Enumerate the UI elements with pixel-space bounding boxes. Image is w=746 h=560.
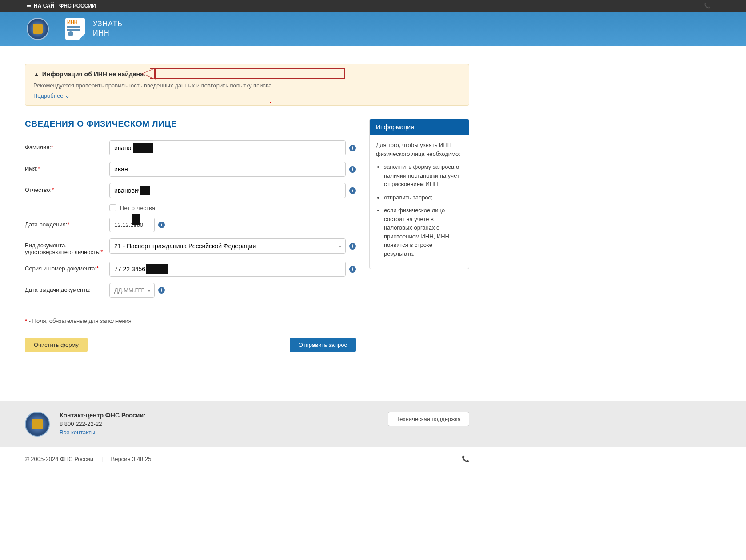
birthdate-input[interactable] [109,218,155,232]
all-contacts-link[interactable]: Все контакты [60,429,378,436]
info-item: отправить запрос; [384,193,463,202]
info-icon[interactable]: i [158,287,165,294]
no-patronymic-label: Нет отчества [120,205,155,211]
patronymic-label: Отчество:* [25,183,109,193]
copyright: © 2005-2024 ФНС России [25,456,93,462]
divider [57,19,57,39]
support-button[interactable]: Техническая поддержка [388,412,469,426]
doctype-select[interactable]: 21 - Паспорт гражданина Российской Федер… [109,238,346,254]
name-input[interactable] [109,162,346,177]
alert-more-link[interactable]: Подробнее ⌄ [33,92,70,99]
contact-title: Контакт-центр ФНС России: [60,412,378,419]
no-patronymic-checkbox[interactable] [109,204,116,211]
alert-heading-text: Информация об ИНН не найдена. [42,71,145,78]
patronymic-input[interactable] [109,183,346,198]
issuedate-label: Дата выдачи документа: [25,283,109,293]
back-to-site-link[interactable]: ⬅ НА САЙТ ФНС РОССИИ [27,3,96,9]
info-icon[interactable]: i [349,166,356,173]
info-icon[interactable]: i [158,222,165,228]
series-input[interactable] [109,262,346,277]
arrow-left-icon: ⬅ [27,3,31,9]
info-item: если физическое лицо состоит на учете в … [384,206,463,258]
chevron-down-icon: ⌄ [65,92,70,99]
phone-icon[interactable]: 📞 [462,455,469,462]
inn-doc-icon: ИНН [65,18,85,40]
info-icon[interactable]: i [349,145,356,151]
info-icon[interactable]: i [349,243,356,250]
hr [25,311,356,311]
alert-recommend: Рекомендуется проверить правильность вве… [33,82,461,89]
section-title: СВЕДЕНИЯ О ФИЗИЧЕСКОМ ЛИЦЕ [25,119,356,129]
phone-icon[interactable]: 📞 [704,3,719,9]
info-intro: Для того, чтобы узнать ИНН физического л… [376,141,463,158]
clear-button[interactable]: Очистить форму [25,338,88,352]
birthdate-label: Дата рождения:* [25,218,109,228]
series-label: Серия и номер документа:* [25,262,109,272]
info-icon[interactable]: i [349,266,356,273]
back-label: НА САЙТ ФНС РОССИИ [34,3,96,9]
submit-button[interactable]: Отправить запрос [290,338,356,352]
surname-input[interactable] [109,140,346,155]
surname-label: Фамилия:* [25,140,109,151]
required-note: * - Поля, обязательные для заполнения [25,318,356,324]
fns-emblem-icon [25,412,50,437]
issuedate-input[interactable] [109,283,155,298]
annotation-dot [270,102,271,103]
contact-phone: 8 800 222-22-22 [60,421,378,427]
info-item: заполнить форму запроса о наличии постан… [384,163,463,189]
alert-not-found: ▲ Информация об ИНН не найдена. Рекоменд… [25,64,469,106]
footer: Контакт-центр ФНС России: 8 800 222-22-2… [0,401,746,470]
topbar: ⬅ НА САЙТ ФНС РОССИИ 📞 [0,0,746,12]
fns-emblem-icon [27,18,49,40]
name-label: Имя:* [25,162,109,172]
warning-icon: ▲ [33,71,40,78]
info-icon[interactable]: i [349,187,356,194]
page-title: УЗНАТЬ ИНН [93,20,123,38]
info-panel-header: Информация [370,119,469,135]
info-panel: Информация Для того, чтобы узнать ИНН фи… [369,119,469,269]
doctype-label: Вид документа, удостоверяющего личность:… [25,238,109,255]
version: Версия 3.48.25 [111,456,152,462]
header: ИНН УЗНАТЬ ИНН [0,12,746,46]
